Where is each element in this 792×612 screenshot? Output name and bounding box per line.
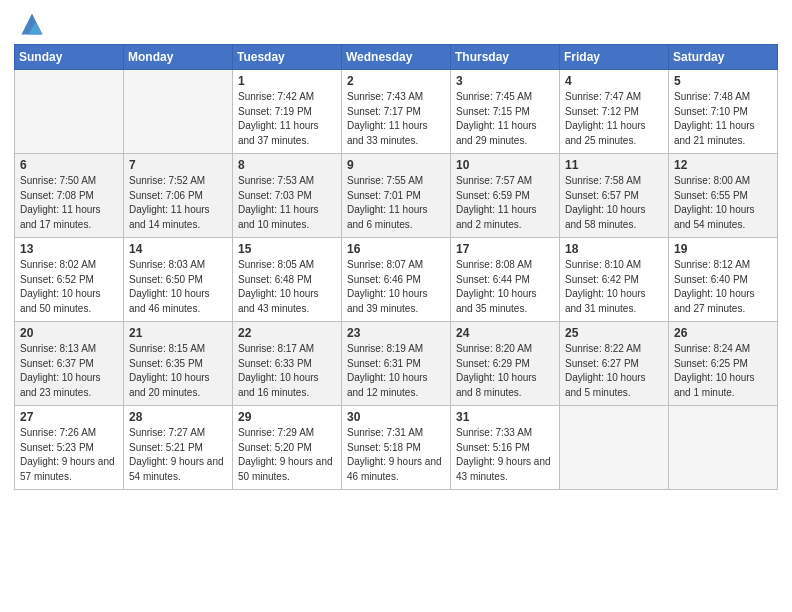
day-info: Sunrise: 7:27 AM Sunset: 5:21 PM Dayligh… [129, 426, 227, 484]
calendar-cell: 5 Sunrise: 7:48 AM Sunset: 7:10 PM Dayli… [669, 70, 778, 154]
day-info: Sunrise: 7:31 AM Sunset: 5:18 PM Dayligh… [347, 426, 445, 484]
weekday-header-friday: Friday [560, 45, 669, 70]
day-number: 10 [456, 158, 554, 172]
day-number: 12 [674, 158, 772, 172]
day-number: 15 [238, 242, 336, 256]
weekday-header-sunday: Sunday [15, 45, 124, 70]
calendar-cell: 28 Sunrise: 7:27 AM Sunset: 5:21 PM Dayl… [124, 406, 233, 490]
day-info: Sunrise: 8:24 AM Sunset: 6:25 PM Dayligh… [674, 342, 772, 400]
day-number: 31 [456, 410, 554, 424]
weekday-header-thursday: Thursday [451, 45, 560, 70]
calendar-cell: 1 Sunrise: 7:42 AM Sunset: 7:19 PM Dayli… [233, 70, 342, 154]
day-info: Sunrise: 7:58 AM Sunset: 6:57 PM Dayligh… [565, 174, 663, 232]
day-number: 11 [565, 158, 663, 172]
day-number: 29 [238, 410, 336, 424]
calendar-cell: 18 Sunrise: 8:10 AM Sunset: 6:42 PM Dayl… [560, 238, 669, 322]
day-number: 5 [674, 74, 772, 88]
calendar-cell [560, 406, 669, 490]
calendar-cell: 27 Sunrise: 7:26 AM Sunset: 5:23 PM Dayl… [15, 406, 124, 490]
day-info: Sunrise: 7:53 AM Sunset: 7:03 PM Dayligh… [238, 174, 336, 232]
day-info: Sunrise: 7:29 AM Sunset: 5:20 PM Dayligh… [238, 426, 336, 484]
day-info: Sunrise: 7:57 AM Sunset: 6:59 PM Dayligh… [456, 174, 554, 232]
day-info: Sunrise: 8:02 AM Sunset: 6:52 PM Dayligh… [20, 258, 118, 316]
day-number: 22 [238, 326, 336, 340]
calendar-cell: 15 Sunrise: 8:05 AM Sunset: 6:48 PM Dayl… [233, 238, 342, 322]
day-number: 3 [456, 74, 554, 88]
logo-icon [18, 10, 46, 38]
calendar-cell: 2 Sunrise: 7:43 AM Sunset: 7:17 PM Dayli… [342, 70, 451, 154]
week-row-1: 1 Sunrise: 7:42 AM Sunset: 7:19 PM Dayli… [15, 70, 778, 154]
weekday-header-wednesday: Wednesday [342, 45, 451, 70]
week-row-3: 13 Sunrise: 8:02 AM Sunset: 6:52 PM Dayl… [15, 238, 778, 322]
calendar-cell: 24 Sunrise: 8:20 AM Sunset: 6:29 PM Dayl… [451, 322, 560, 406]
day-info: Sunrise: 7:26 AM Sunset: 5:23 PM Dayligh… [20, 426, 118, 484]
day-info: Sunrise: 8:17 AM Sunset: 6:33 PM Dayligh… [238, 342, 336, 400]
weekday-row: SundayMondayTuesdayWednesdayThursdayFrid… [15, 45, 778, 70]
day-number: 16 [347, 242, 445, 256]
calendar-cell: 6 Sunrise: 7:50 AM Sunset: 7:08 PM Dayli… [15, 154, 124, 238]
day-number: 20 [20, 326, 118, 340]
calendar-cell: 20 Sunrise: 8:13 AM Sunset: 6:37 PM Dayl… [15, 322, 124, 406]
day-info: Sunrise: 7:52 AM Sunset: 7:06 PM Dayligh… [129, 174, 227, 232]
day-info: Sunrise: 7:48 AM Sunset: 7:10 PM Dayligh… [674, 90, 772, 148]
week-row-4: 20 Sunrise: 8:13 AM Sunset: 6:37 PM Dayl… [15, 322, 778, 406]
day-number: 14 [129, 242, 227, 256]
calendar-cell: 4 Sunrise: 7:47 AM Sunset: 7:12 PM Dayli… [560, 70, 669, 154]
weekday-header-saturday: Saturday [669, 45, 778, 70]
day-info: Sunrise: 7:47 AM Sunset: 7:12 PM Dayligh… [565, 90, 663, 148]
day-info: Sunrise: 8:03 AM Sunset: 6:50 PM Dayligh… [129, 258, 227, 316]
day-number: 4 [565, 74, 663, 88]
calendar-cell: 29 Sunrise: 7:29 AM Sunset: 5:20 PM Dayl… [233, 406, 342, 490]
calendar-cell: 8 Sunrise: 7:53 AM Sunset: 7:03 PM Dayli… [233, 154, 342, 238]
weekday-header-tuesday: Tuesday [233, 45, 342, 70]
day-info: Sunrise: 7:55 AM Sunset: 7:01 PM Dayligh… [347, 174, 445, 232]
day-info: Sunrise: 7:45 AM Sunset: 7:15 PM Dayligh… [456, 90, 554, 148]
day-number: 26 [674, 326, 772, 340]
day-info: Sunrise: 7:33 AM Sunset: 5:16 PM Dayligh… [456, 426, 554, 484]
calendar-cell: 16 Sunrise: 8:07 AM Sunset: 6:46 PM Dayl… [342, 238, 451, 322]
day-number: 24 [456, 326, 554, 340]
page: SundayMondayTuesdayWednesdayThursdayFrid… [0, 0, 792, 612]
calendar-cell: 10 Sunrise: 7:57 AM Sunset: 6:59 PM Dayl… [451, 154, 560, 238]
calendar-cell: 31 Sunrise: 7:33 AM Sunset: 5:16 PM Dayl… [451, 406, 560, 490]
day-number: 2 [347, 74, 445, 88]
day-info: Sunrise: 7:50 AM Sunset: 7:08 PM Dayligh… [20, 174, 118, 232]
day-info: Sunrise: 8:22 AM Sunset: 6:27 PM Dayligh… [565, 342, 663, 400]
week-row-5: 27 Sunrise: 7:26 AM Sunset: 5:23 PM Dayl… [15, 406, 778, 490]
day-info: Sunrise: 8:19 AM Sunset: 6:31 PM Dayligh… [347, 342, 445, 400]
calendar-cell: 22 Sunrise: 8:17 AM Sunset: 6:33 PM Dayl… [233, 322, 342, 406]
day-number: 17 [456, 242, 554, 256]
calendar-header: SundayMondayTuesdayWednesdayThursdayFrid… [15, 45, 778, 70]
day-number: 25 [565, 326, 663, 340]
day-number: 27 [20, 410, 118, 424]
calendar-cell: 25 Sunrise: 8:22 AM Sunset: 6:27 PM Dayl… [560, 322, 669, 406]
header [14, 10, 778, 38]
day-number: 1 [238, 74, 336, 88]
calendar-table: SundayMondayTuesdayWednesdayThursdayFrid… [14, 44, 778, 490]
calendar-body: 1 Sunrise: 7:42 AM Sunset: 7:19 PM Dayli… [15, 70, 778, 490]
day-number: 8 [238, 158, 336, 172]
day-info: Sunrise: 8:08 AM Sunset: 6:44 PM Dayligh… [456, 258, 554, 316]
day-info: Sunrise: 8:15 AM Sunset: 6:35 PM Dayligh… [129, 342, 227, 400]
calendar-cell: 17 Sunrise: 8:08 AM Sunset: 6:44 PM Dayl… [451, 238, 560, 322]
calendar-cell: 12 Sunrise: 8:00 AM Sunset: 6:55 PM Dayl… [669, 154, 778, 238]
week-row-2: 6 Sunrise: 7:50 AM Sunset: 7:08 PM Dayli… [15, 154, 778, 238]
calendar-cell [15, 70, 124, 154]
day-number: 23 [347, 326, 445, 340]
calendar-cell: 23 Sunrise: 8:19 AM Sunset: 6:31 PM Dayl… [342, 322, 451, 406]
calendar-cell: 13 Sunrise: 8:02 AM Sunset: 6:52 PM Dayl… [15, 238, 124, 322]
day-number: 28 [129, 410, 227, 424]
day-info: Sunrise: 7:43 AM Sunset: 7:17 PM Dayligh… [347, 90, 445, 148]
day-number: 18 [565, 242, 663, 256]
day-info: Sunrise: 8:10 AM Sunset: 6:42 PM Dayligh… [565, 258, 663, 316]
calendar-cell: 26 Sunrise: 8:24 AM Sunset: 6:25 PM Dayl… [669, 322, 778, 406]
calendar-cell: 14 Sunrise: 8:03 AM Sunset: 6:50 PM Dayl… [124, 238, 233, 322]
calendar-cell: 21 Sunrise: 8:15 AM Sunset: 6:35 PM Dayl… [124, 322, 233, 406]
day-number: 21 [129, 326, 227, 340]
calendar-cell: 9 Sunrise: 7:55 AM Sunset: 7:01 PM Dayli… [342, 154, 451, 238]
calendar-cell: 11 Sunrise: 7:58 AM Sunset: 6:57 PM Dayl… [560, 154, 669, 238]
day-number: 30 [347, 410, 445, 424]
day-number: 13 [20, 242, 118, 256]
day-info: Sunrise: 8:12 AM Sunset: 6:40 PM Dayligh… [674, 258, 772, 316]
day-number: 6 [20, 158, 118, 172]
